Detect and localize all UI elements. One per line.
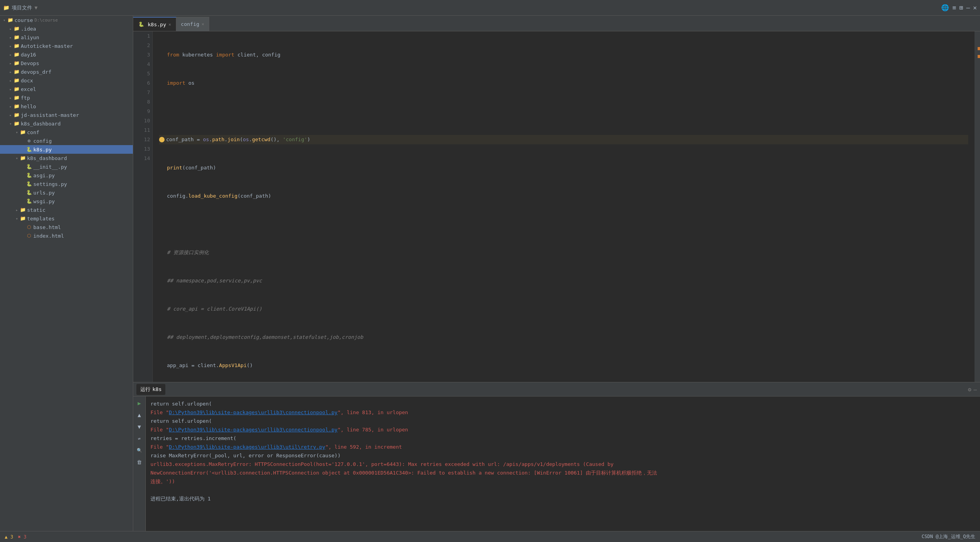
scroll-up-button[interactable]: ▲ [135,411,144,419]
tree-label: jd-assistant-master [21,112,79,118]
tree-label: Autoticket-master [21,43,73,49]
tree-label: index.html [33,233,64,239]
tree-item-excel[interactable]: ▸ 📁 excel [0,85,133,93]
wrap-button[interactable]: ⇌ [135,434,144,443]
tab-close-k8s[interactable]: ✕ [168,22,171,27]
tree-arrow: ▸ [8,53,13,57]
python-file-icon: 🐍 [26,146,32,153]
tree-item-urls[interactable]: ▸ 🐍 urls.py [0,188,133,197]
folder-icon: 📁 [7,17,13,23]
tree-label: hello [21,104,36,109]
output-line-3: return self.urlopen( [150,417,975,426]
code-content[interactable]: from kubernetes import client, config im… [153,31,975,382]
list-icon[interactable]: ≡ [952,4,956,11]
minimize-icon[interactable]: — [966,4,970,11]
bottom-tab-bar: 运行 k8s ⚙ — [133,382,980,396]
tree-label: docx [21,78,33,84]
tree-item-wsgi[interactable]: ▸ 🐍 wsgi.py [0,197,133,206]
run-tab[interactable]: 运行 k8s [136,384,165,395]
code-line-2: import os [159,78,968,88]
tree-label: day16 [21,52,36,58]
code-line-4: conf_path = os.path.join(os.getcwd(), 'c… [159,135,968,144]
tree-item-index-html[interactable]: ▸ ⬡ index.html [0,231,133,240]
tree-label: static [27,207,45,213]
folder-icon: 📁 [13,60,20,66]
tree-label: asgi.py [33,173,55,178]
tree-item-k8s-py[interactable]: ▸ 🐍 k8s.py [0,145,133,154]
tab-label: k8s.py [148,22,166,27]
tree-item-templates[interactable]: ▾ 📁 templates [0,214,133,223]
tree-item-init[interactable]: ▸ 🐍 __init__.py [0,162,133,171]
errors-label: ✖ 3 [18,534,27,540]
run-tab-label: 运行 [140,386,150,393]
filter-button[interactable]: 🔍 [135,446,144,455]
tree-arrow: ▾ [14,216,20,221]
tree-label: templates [27,216,54,222]
split-icon[interactable]: ⊞ [959,4,963,11]
globe-icon[interactable]: 🌐 [941,4,949,11]
python-file-icon: 🐍 [26,172,32,178]
tree-item-conf[interactable]: ▾ 📁 conf [0,128,133,136]
tree-arrow: ▸ [8,113,13,117]
clear-button[interactable]: 🗑 [135,458,144,466]
output-line-5: retries = retries.increment( [150,434,975,443]
tree-item-k8s-dashboard[interactable]: ▾ 📁 k8s_dashboard [0,119,133,128]
tree-arrow: ▸ [8,96,13,100]
gutter-mark-2 [978,55,980,58]
close-icon[interactable]: ✕ [973,4,977,11]
html-file-icon: ⬡ [26,233,32,239]
tree-arrow: ▸ [14,208,20,212]
tree-item-static[interactable]: ▸ 📁 static [0,206,133,214]
code-editor[interactable]: 12345 678910 11121314 from kubernetes im… [133,31,980,382]
tree-item-config-file[interactable]: ▸ ⚙ config [0,136,133,145]
tree-item-base-html[interactable]: ▸ ⬡ base.html [0,223,133,231]
tree-arrow: ▸ [8,61,13,65]
folder-icon: 📁 [20,155,26,161]
tree-item-devops[interactable]: ▸ 📁 Devops [0,59,133,67]
tree-item-ftp[interactable]: ▸ 📁 ftp [0,93,133,102]
python-file-icon: 🐍 [26,198,32,204]
editor-area: 🐍 k8s.py ✕ config ✕ 12345 678910 1112131… [133,16,980,531]
project-dropdown-icon[interactable]: ▼ [34,5,38,11]
project-folder-icon: 📁 [3,5,9,11]
tab-close-config[interactable]: ✕ [202,22,205,27]
folder-icon: 📁 [13,43,20,49]
tree-item-devops-drf[interactable]: ▸ 📁 devops_drf [0,67,133,76]
play-button[interactable]: ▶ [135,399,144,407]
tree-item-hello[interactable]: ▸ 📁 hello [0,102,133,111]
tree-item-aliyun[interactable]: ▸ 📁 aliyun [0,33,133,42]
tab-bar: 🐍 k8s.py ✕ config ✕ [133,16,980,31]
folder-icon: 📁 [20,129,26,135]
tree-item-k8s-dashboard-sub[interactable]: ▾ 📁 k8s_dashboard [0,154,133,162]
tree-item-docx[interactable]: ▸ 📁 docx [0,76,133,85]
html-file-icon: ⬡ [26,224,32,230]
tree-item-jd[interactable]: ▸ 📁 jd-assistant-master [0,111,133,119]
tree-item-settings[interactable]: ▸ 🐍 settings.py [0,180,133,188]
tree-label: base.html [33,224,61,230]
tab-config[interactable]: config ✕ [176,17,210,31]
tree-arrow: ▸ [8,78,13,83]
tree-arrow: ▾ [14,156,20,160]
tree-label: settings.py [33,181,67,187]
code-line-1: from kubernetes import client, config [159,50,968,60]
tree-label: course [14,17,33,23]
tree-item-day16[interactable]: ▸ 📁 day16 [0,50,133,59]
tab-k8s-py[interactable]: 🐍 k8s.py ✕ [133,17,176,31]
tree-item-idea[interactable]: ▸ 📁 .idea [0,24,133,33]
tree-label: wsgi.py [33,198,55,204]
tree-item-course[interactable]: ▾ 📁 course D:\course [0,16,133,24]
code-line-12: app_api = client.AppsV1Api() [159,361,968,370]
output-line-1: return self.urlopen( [150,400,975,408]
tree-label: conf [27,129,39,135]
minus-icon[interactable]: — [974,386,977,393]
tree-item-asgi[interactable]: ▸ 🐍 asgi.py [0,171,133,180]
folder-icon: 📁 [13,86,20,92]
run-controls: ▶ ▲ ▼ ⇌ 🔍 🗑 [133,396,146,531]
scroll-down-button[interactable]: ▼ [135,422,144,431]
tree-arrow: ▸ [8,87,13,91]
line-numbers: 12345 678910 11121314 [133,31,153,382]
code-line-6: config.load_kube_config(conf_path) [159,191,968,201]
tree-item-autoticket[interactable]: ▸ 📁 Autoticket-master [0,42,133,50]
folder-icon: 📁 [13,34,20,40]
settings-icon[interactable]: ⚙ [968,386,971,393]
